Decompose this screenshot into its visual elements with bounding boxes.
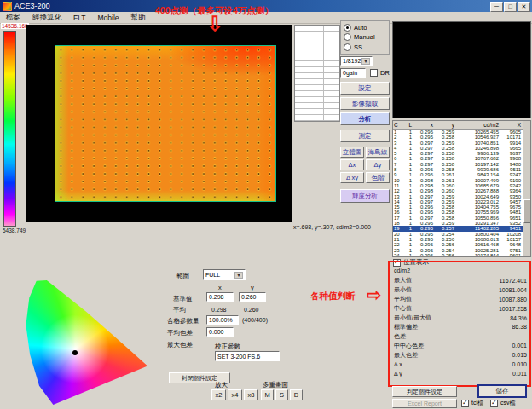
menu-item[interactable]: 經換算化 — [26, 13, 67, 23]
result-item: Δ x 0.010 — [394, 360, 527, 369]
result-item: 最小值 10081.004 — [394, 285, 527, 295]
col-header-x[interactable]: x — [412, 121, 433, 129]
column-x-label: x — [218, 284, 222, 291]
file-option-row[interactable]: tcl檔 — [461, 399, 483, 407]
avg-diff-field[interactable]: 0.000 — [206, 327, 234, 337]
window-title: ACE3-200 — [14, 2, 50, 10]
reference-label: 基準值 — [173, 295, 193, 303]
measurement-table[interactable]: C L x y cd/m2 X 1 1 0.296 0.259 10265.45… — [392, 120, 531, 257]
gain-field[interactable]: 0gain — [340, 68, 366, 78]
capture-button[interactable]: 影像擷取 — [340, 97, 390, 110]
empty-data-grid — [294, 25, 340, 122]
table-row[interactable]: 24 1 0.296 0.256 10174.844 9601 — [393, 253, 530, 257]
scale-max-value: 14536.166 — [1, 23, 29, 29]
multiview-button[interactable]: D — [290, 389, 303, 400]
zoom-label: 放大 — [215, 381, 228, 389]
pass-rate-field[interactable]: 100.00% — [206, 315, 239, 325]
col-header-c[interactable]: C — [393, 121, 403, 129]
capture-mode-radio[interactable]: SS — [344, 43, 386, 51]
shutter-select[interactable]: 1/8192 ▼ — [340, 56, 373, 66]
result-item: 最大色差 0.015 — [394, 350, 527, 360]
file-options: tcl檔 csv檔 更換檔 — [461, 399, 531, 409]
col-header-l[interactable]: L — [403, 121, 412, 129]
file-option-row[interactable]: csv檔 — [490, 399, 516, 407]
file-option-checkbox[interactable] — [461, 400, 469, 407]
menu-item[interactable]: 檔案 — [0, 13, 26, 23]
radio-icon[interactable] — [344, 33, 351, 41]
dr-checkbox-row[interactable]: DR — [370, 69, 390, 77]
radio-label: Auto — [354, 24, 367, 32]
chevron-down-icon[interactable]: ▼ — [361, 58, 370, 65]
menu-item[interactable]: FLT — [67, 14, 91, 22]
shutter-value: 1/8192 — [343, 58, 361, 64]
col-header-cdm2[interactable]: cd/m2 — [454, 121, 499, 129]
calibration-field[interactable]: SET 3-200 FS.6 — [215, 351, 280, 361]
radio-label: Manual — [354, 33, 375, 41]
range-select[interactable]: FULL ▼ — [203, 269, 246, 280]
capture-mode-radio[interactable]: Auto — [344, 24, 386, 32]
multiview-button[interactable]: S — [275, 389, 288, 400]
zoom-buttons: x2x4x8 — [211, 389, 258, 400]
luminance-heatmap[interactable] — [55, 45, 276, 202]
reference-y-field[interactable]: 0.260 — [239, 292, 266, 302]
radio-label: SS — [354, 43, 362, 51]
menu-item[interactable]: 幫助 — [125, 13, 152, 23]
heatmap-canvas[interactable] — [26, 25, 292, 222]
save-button[interactable]: 儲存 — [477, 384, 527, 398]
down-arrow-icon: ⇩ — [206, 14, 223, 34]
result-item: 最小值/最大值 84.3% — [394, 314, 527, 323]
reference-x-field[interactable]: 0.298 — [206, 292, 234, 302]
delta-y-button[interactable]: Δy — [366, 159, 390, 170]
pass-count: (400/400) — [242, 317, 268, 323]
scale-min-value: 5438.749 — [3, 228, 26, 233]
col-header-y[interactable]: y — [433, 121, 454, 129]
measure-button[interactable]: 測定 — [340, 130, 390, 142]
scrollbar-thumb[interactable] — [523, 199, 531, 223]
col-header-X[interactable]: X — [499, 121, 523, 129]
multiview-buttons: MSD — [261, 389, 303, 400]
luminance-analysis-button[interactable]: 輝度分析 — [340, 189, 390, 203]
table-scrollbar[interactable] — [523, 121, 530, 256]
excel-report-button[interactable]: Excel Report — [392, 399, 457, 408]
results-unit: cd/m2 — [394, 268, 527, 276]
file-option-label: csv檔 — [500, 399, 516, 407]
zoom-button[interactable]: x8 — [244, 389, 258, 400]
cie-horseshoe — [24, 271, 159, 406]
position-display-label: 位置表示 — [403, 258, 429, 267]
avg-diff-label: 平均色差 — [167, 329, 193, 337]
multiview-label: 多重畫面 — [263, 381, 288, 389]
zoom-button[interactable]: x4 — [228, 389, 242, 400]
color-steps-button[interactable]: 色階 — [366, 172, 390, 183]
position-display-checkbox[interactable] — [393, 259, 401, 267]
result-item: 中中心色差 0.001 — [394, 341, 527, 350]
max-diff-label: 最大色差 — [167, 341, 193, 349]
analyze-button[interactable]: 分析 — [340, 112, 390, 125]
judge-settings-button[interactable]: 判定個件設定 — [392, 386, 457, 397]
menu-item[interactable]: Mobile — [91, 14, 124, 22]
close-button[interactable]: ✕ — [518, 2, 530, 12]
chevron-down-icon[interactable]: ▼ — [234, 272, 243, 279]
zoom-button[interactable]: x2 — [211, 389, 226, 400]
average-y-value: 0.260 — [244, 307, 259, 313]
column-y-label: y — [251, 284, 254, 291]
file-option-checkbox[interactable] — [490, 400, 498, 407]
delta-x-button[interactable]: Δx — [340, 159, 364, 170]
gain-value: 0gain — [343, 70, 357, 76]
cie-chromaticity-diagram — [24, 271, 159, 406]
radio-icon[interactable] — [344, 43, 351, 51]
minimize-button[interactable]: ─ — [490, 2, 503, 12]
radio-icon[interactable] — [344, 24, 351, 32]
maximize-button[interactable]: □ — [504, 2, 517, 12]
position-display-row[interactable]: 位置表示 — [393, 258, 429, 267]
multiview-button[interactable]: M — [261, 389, 274, 400]
capture-mode-radio[interactable]: Manual — [344, 33, 386, 41]
result-item: 標準偏差 86.38 — [394, 322, 527, 331]
settings-button[interactable]: 設定 — [340, 82, 390, 95]
delta-xy-button[interactable]: Δ xy — [340, 172, 364, 183]
solid-view-button[interactable]: 立體圖 — [340, 147, 364, 158]
average-label: 平均 — [173, 306, 186, 314]
contour-view-button[interactable]: 海島線 — [366, 147, 390, 158]
table-body: 1 1 0.296 0.259 10265.455 9605 2 1 0.295… — [393, 130, 530, 257]
result-item: 平均值 10087.880 — [394, 295, 527, 304]
dr-checkbox[interactable] — [370, 69, 378, 77]
